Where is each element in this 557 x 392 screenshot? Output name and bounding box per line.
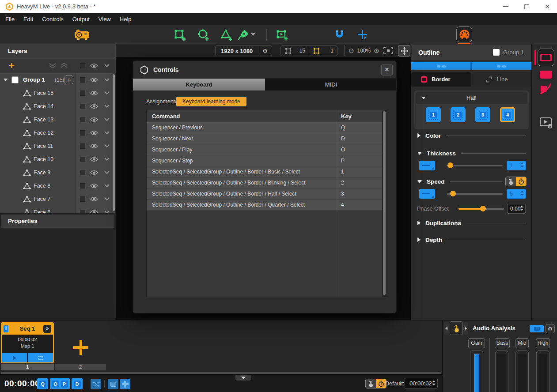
- assignment-row[interactable]: Sequencer / Play O: [147, 144, 383, 155]
- preset-button-2[interactable]: 2: [451, 107, 466, 122]
- group-color-swatch[interactable]: [493, 49, 500, 56]
- add-quad-icon[interactable]: [174, 29, 186, 41]
- sequence-play-button[interactable]: [2, 353, 27, 362]
- menu-item[interactable]: Edit: [19, 13, 38, 25]
- menu-item[interactable]: Help: [115, 13, 136, 25]
- speed-slider-knob[interactable]: [450, 191, 456, 196]
- clock-mode-icon[interactable]: [516, 177, 526, 186]
- add-sequence-button[interactable]: [73, 340, 88, 355]
- face-options-chevron-icon[interactable]: [104, 171, 110, 174]
- timeline-tab-2[interactable]: 2: [55, 364, 106, 370]
- add-layer-button[interactable]: +: [9, 59, 15, 72]
- face-visibility-icon[interactable]: [90, 130, 98, 136]
- assignment-row[interactable]: SelectedSeq / SelectedGroup / Outline / …: [147, 166, 383, 177]
- preset-button-3[interactable]: 3: [475, 107, 490, 122]
- visibility-all-icon[interactable]: [90, 63, 98, 68]
- tab-keyboard[interactable]: Keyboard: [133, 79, 265, 90]
- face-visibility-icon[interactable]: [90, 210, 98, 213]
- hotkey-op-button[interactable]: OP: [50, 378, 70, 389]
- sequence-card-header[interactable]: Seq 1 ⚙: [2, 323, 53, 335]
- face-row[interactable]: Face 15: [0, 87, 116, 100]
- assignment-row[interactable]: Sequencer / Stop P: [147, 155, 383, 166]
- face-name[interactable]: Face 12: [34, 126, 53, 139]
- assignment-row[interactable]: Sequencer / Previous Q: [147, 122, 383, 133]
- panel-next-arrow[interactable]: [463, 322, 468, 335]
- add-to-group-button[interactable]: +: [64, 75, 73, 84]
- collapse-timeline-button[interactable]: [235, 375, 251, 381]
- effect-strip[interactable]: [411, 62, 532, 70]
- move-layer-up-icon[interactable]: [60, 62, 68, 69]
- face-row[interactable]: Face 8: [0, 179, 116, 192]
- controls-dialog-titlebar[interactable]: Controls ✕: [133, 61, 397, 79]
- outline-effect-button[interactable]: [538, 49, 554, 66]
- face-name[interactable]: Face 11: [34, 139, 53, 153]
- add-player-icon[interactable]: [276, 29, 288, 41]
- assignment-row[interactable]: Sequencer / Next D: [147, 133, 383, 144]
- section-color[interactable]: Color: [417, 132, 526, 139]
- menu-item[interactable]: View: [94, 13, 115, 25]
- face-options-chevron-icon[interactable]: [104, 144, 110, 148]
- assignment-row[interactable]: SelectedSeq / SelectedGroup / Outline / …: [147, 177, 383, 188]
- face-row[interactable]: Face 9: [0, 166, 116, 179]
- pan-tool-button[interactable]: [398, 45, 410, 57]
- magnet-snap-icon[interactable]: [334, 29, 345, 40]
- face-solo-checkbox[interactable]: [80, 104, 85, 109]
- thickness-slider[interactable]: [447, 161, 503, 170]
- group-color-checkbox[interactable]: [11, 76, 19, 83]
- mid-meter[interactable]: [515, 351, 529, 392]
- face-solo-checkbox[interactable]: [80, 90, 85, 96]
- face-row[interactable]: Face 12: [0, 126, 116, 139]
- gain-meter[interactable]: [470, 351, 483, 392]
- maximize-button[interactable]: [518, 0, 535, 13]
- table-scrollbar-thumb[interactable]: [383, 111, 386, 295]
- face-solo-checkbox[interactable]: [80, 183, 85, 188]
- pen-tool-dropdown-icon[interactable]: [251, 33, 255, 36]
- section-speed[interactable]: Speed: [417, 177, 502, 185]
- section-depth[interactable]: Depth: [417, 236, 526, 244]
- add-anchor-point-icon[interactable]: [357, 29, 368, 40]
- phase-offset-spinner[interactable]: 0,00: [507, 204, 526, 214]
- shuffle-button[interactable]: [91, 379, 101, 389]
- face-visibility-icon[interactable]: [90, 143, 98, 149]
- phase-offset-slider[interactable]: [458, 204, 504, 214]
- preset-dropdown[interactable]: Half: [416, 92, 527, 104]
- high-meter[interactable]: [536, 351, 549, 392]
- solo-all-checkbox[interactable]: [80, 63, 85, 68]
- face-solo-checkbox[interactable]: [80, 130, 85, 136]
- face-solo-checkbox[interactable]: [80, 210, 85, 213]
- fill-effect-button[interactable]: [540, 71, 552, 79]
- face-solo-checkbox[interactable]: [80, 157, 85, 162]
- tap-mode-icon[interactable]: [506, 177, 516, 186]
- face-visibility-icon[interactable]: [90, 157, 98, 162]
- speed-spinner[interactable]: 5: [507, 189, 526, 199]
- group-visibility-icon[interactable]: [90, 77, 98, 83]
- tab-border[interactable]: Border: [411, 72, 471, 87]
- keyboard-learning-mode-button[interactable]: Keyboard learning mode: [176, 97, 246, 106]
- face-options-chevron-icon[interactable]: [104, 118, 110, 121]
- add-triangle-icon[interactable]: [221, 29, 233, 41]
- face-solo-checkbox[interactable]: [80, 196, 85, 202]
- speed-slider[interactable]: [447, 189, 503, 199]
- face-row[interactable]: Face 14: [0, 100, 116, 113]
- phase-offset-knob[interactable]: [480, 206, 486, 211]
- group-collapse-caret-icon[interactable]: [4, 79, 8, 81]
- midi-controls-button[interactable]: [456, 26, 472, 42]
- bass-meter[interactable]: [495, 351, 508, 392]
- face-row[interactable]: Face 7: [0, 192, 116, 206]
- face-name[interactable]: Face 8: [34, 179, 50, 192]
- section-duplications[interactable]: Duplications: [417, 219, 526, 227]
- tab-midi[interactable]: MIDI: [265, 79, 397, 90]
- preset-button-4[interactable]: 4: [500, 107, 515, 122]
- layers-scrollbar[interactable]: [113, 74, 115, 211]
- default-duration-spinner[interactable]: 00:00:02: [405, 378, 438, 389]
- sequence-card-body[interactable]: 00:00:02 Map 1: [2, 335, 53, 353]
- resolution-settings-gear-icon[interactable]: ⚙: [258, 48, 272, 54]
- face-name[interactable]: Face 13: [34, 113, 53, 126]
- sequence-loop-button[interactable]: [28, 353, 53, 362]
- audio-settings-gear-icon[interactable]: ⚙: [546, 324, 555, 333]
- face-name[interactable]: Face 9: [34, 166, 50, 179]
- hotkey-q-button[interactable]: Q: [37, 378, 48, 389]
- thickness-slider-knob[interactable]: [447, 162, 453, 168]
- group-options-chevron-icon[interactable]: [104, 78, 110, 82]
- face-visibility-icon[interactable]: [90, 117, 98, 122]
